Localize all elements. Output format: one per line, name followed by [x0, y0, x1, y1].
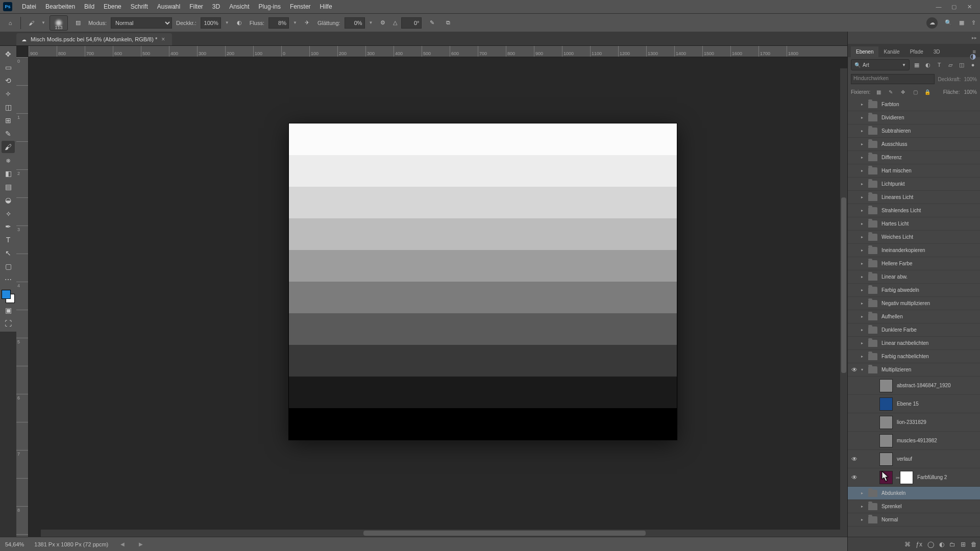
chevron-down-icon[interactable]: ▾	[861, 367, 868, 372]
color-panel-collapsed-icon[interactable]: ◑	[968, 51, 978, 61]
chevron-right-icon[interactable]: ▸	[861, 274, 868, 279]
flow-input[interactable]	[268, 17, 289, 29]
canvas[interactable]	[289, 123, 677, 440]
layer-group-row[interactable]: ▸Strahlendes Licht	[848, 204, 980, 217]
layer-group-row[interactable]: ▸Hartes Licht	[848, 217, 980, 231]
type-tool[interactable]: T	[2, 234, 15, 246]
fill-value[interactable]: 100%	[964, 89, 977, 95]
tab-paths[interactable]: Pfade	[905, 46, 928, 57]
lock-move-icon[interactable]: ✥	[899, 88, 907, 96]
brush-preset-picker[interactable]: 113	[50, 15, 68, 31]
layer-row[interactable]: 👁⫘Farbfüllung 2	[848, 468, 980, 487]
layer-row[interactable]: abstract-1846847_1920	[848, 377, 980, 395]
menu-select[interactable]: Auswahl	[153, 3, 185, 10]
horizontal-ruler[interactable]: 9008007006005004003002001000100200300400…	[29, 46, 847, 57]
layer-opacity-value[interactable]: 100%	[964, 77, 977, 82]
cloud-docs-icon[interactable]: ☁	[926, 17, 938, 29]
new-layer-icon[interactable]: ⊞	[961, 541, 966, 548]
chevron-right-icon[interactable]: ▸	[861, 102, 868, 107]
move-tool[interactable]: ✥	[2, 48, 15, 60]
chevron-right-icon[interactable]: ▸	[861, 491, 868, 495]
lock-position-icon[interactable]: ✎	[887, 88, 895, 96]
layer-group-row[interactable]: ▸Ausschluss	[848, 138, 980, 151]
layer-filter-select[interactable]: 🔍 Art ▼	[851, 59, 910, 70]
menu-3d[interactable]: 3D	[208, 3, 225, 10]
layer-group-row[interactable]: ▸Farbig nachbelichten	[848, 350, 980, 363]
filter-type-icon[interactable]: T	[935, 61, 943, 69]
menu-image[interactable]: Bild	[80, 3, 99, 10]
menu-window[interactable]: Fenster	[285, 3, 315, 10]
menu-edit[interactable]: Bearbeiten	[41, 3, 80, 10]
close-tab-icon[interactable]: ×	[161, 36, 165, 43]
vertical-scrollbar[interactable]	[840, 68, 847, 530]
layer-group-row[interactable]: ▸Aufhellen	[848, 310, 980, 323]
chevron-right-icon[interactable]: ▸	[861, 221, 868, 226]
canvas-viewport[interactable]	[29, 57, 847, 537]
chevron-down-icon[interactable]: ▼	[41, 20, 45, 25]
layer-group-row[interactable]: ▸Farbig abwedeln	[848, 284, 980, 297]
menu-type[interactable]: Schrift	[126, 3, 153, 10]
symmetry-icon[interactable]: ⧉	[442, 17, 454, 29]
layer-group-row[interactable]: ▸Lichtpunkt	[848, 178, 980, 191]
chevron-right-icon[interactable]: ▸	[861, 115, 868, 120]
layer-style-icon[interactable]: ƒx	[916, 541, 922, 548]
lock-all-icon[interactable]: 🔒	[923, 88, 932, 96]
chevron-right-icon[interactable]: ▸	[861, 517, 868, 522]
shape-tool[interactable]: ▢	[2, 260, 15, 272]
layer-group-row[interactable]: 👁▾Multiplizieren	[848, 363, 980, 377]
window-maximize-button[interactable]: ▢	[946, 2, 962, 12]
tab-channels[interactable]: Kanäle	[878, 46, 904, 57]
menu-plugins[interactable]: Plug-ins	[254, 3, 285, 10]
document-tab[interactable]: ☁ Misch Modis.psdc bei 54,6% (Abdunkeln,…	[16, 33, 172, 45]
scrollbar-thumb[interactable]	[841, 197, 846, 373]
layer-row[interactable]: 👁verlauf	[848, 450, 980, 468]
layer-group-row[interactable]: ▸Normal	[848, 513, 980, 527]
layer-group-row[interactable]: ▸Abdunkeln	[848, 487, 980, 500]
gradient-tool[interactable]: ▤	[2, 181, 15, 193]
chevron-right-icon[interactable]: ▸	[861, 248, 868, 253]
lasso-tool[interactable]: ⟲	[2, 74, 15, 87]
layer-group-row[interactable]: ▸Differenz	[848, 151, 980, 164]
chevron-right-icon[interactable]: ▸	[861, 142, 868, 146]
chevron-right-icon[interactable]: ▸	[861, 288, 868, 292]
filter-shape-icon[interactable]: ▱	[946, 61, 954, 69]
home-icon[interactable]: ⌂	[4, 17, 16, 29]
crop-tool[interactable]: ◫	[2, 101, 15, 113]
blur-tool[interactable]: ◒	[2, 194, 15, 206]
chevron-right-icon[interactable]: ▸	[861, 168, 868, 173]
menu-file[interactable]: Datei	[17, 3, 41, 10]
magic-wand-tool[interactable]: ✧	[2, 88, 15, 100]
layer-group-row[interactable]: ▸Negativ multiplizieren	[848, 297, 980, 310]
tab-3d[interactable]: 3D	[928, 46, 945, 57]
angle-input[interactable]	[401, 17, 422, 29]
chevron-right-icon[interactable]: ▸	[861, 341, 868, 345]
airbrush-icon[interactable]: ✈	[301, 17, 313, 29]
pressure-opacity-icon[interactable]: ◐	[233, 17, 246, 29]
menu-layer[interactable]: Ebene	[99, 3, 126, 10]
window-close-button[interactable]: ✕	[962, 2, 977, 12]
dodge-tool[interactable]: ⟡	[2, 207, 15, 219]
layer-blend-mode[interactable]: Hindurchwirken	[851, 74, 935, 84]
layer-group-row[interactable]: ▸Lineares Licht	[848, 191, 980, 204]
chevron-right-icon[interactable]: ▸	[861, 195, 868, 199]
brush-tool[interactable]: 🖌	[2, 141, 15, 153]
chevron-right-icon[interactable]: ▸	[861, 261, 868, 266]
brush-tool-icon[interactable]: 🖌	[25, 17, 37, 29]
chevron-right-icon[interactable]: ▸	[861, 182, 868, 186]
visibility-toggle[interactable]: 👁	[848, 456, 861, 463]
workspace-icon[interactable]: ▦	[959, 19, 964, 26]
pressure-size-icon[interactable]: ✎	[426, 17, 438, 29]
opacity-input[interactable]	[201, 17, 221, 29]
chevron-down-icon[interactable]: ▼	[293, 20, 297, 25]
visibility-toggle[interactable]: 👁	[848, 474, 861, 481]
chevron-right-icon[interactable]: ▸	[861, 155, 868, 160]
filter-adjust-icon[interactable]: ◐	[924, 61, 932, 69]
chevron-right-icon[interactable]: ▸	[861, 504, 868, 509]
filter-smart-icon[interactable]: ◫	[958, 61, 966, 69]
filter-pixel-icon[interactable]: ▦	[913, 61, 921, 69]
layer-row[interactable]: muscles-4913982	[848, 432, 980, 450]
collapse-arrows-icon[interactable]: ▸▸	[972, 35, 977, 40]
vertical-ruler[interactable]: 01234567891 01 11 21 3	[16, 57, 29, 537]
adjustment-layer-icon[interactable]: ◐	[939, 541, 944, 548]
quick-mask-tool[interactable]: ▣	[2, 304, 15, 316]
